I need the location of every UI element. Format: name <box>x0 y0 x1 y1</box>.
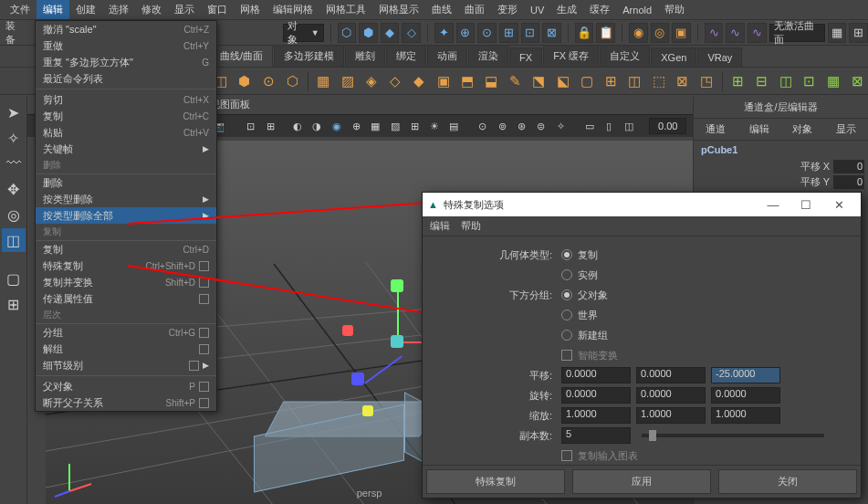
shade-icon[interactable]: ☀ <box>425 117 442 135</box>
iso-icon[interactable]: ⊙ <box>475 117 491 135</box>
menu-item[interactable]: 特殊复制Ctrl+Shift+D <box>36 257 216 274</box>
shade-icon[interactable]: ◑ <box>309 117 325 135</box>
shelf-tab[interactable]: 曲线/曲面 <box>210 45 273 67</box>
shelf-icon[interactable]: ⊠ <box>847 70 868 92</box>
shelf-tab[interactable]: FX 缓存 <box>543 45 599 67</box>
menu-item[interactable]: 粘贴Ctrl+V <box>36 124 216 141</box>
snap-icon[interactable]: ✦ <box>434 23 454 43</box>
paint-tool[interactable]: 〰 <box>2 152 26 175</box>
layout-icon[interactable]: ▦ <box>828 23 847 43</box>
channel-tab[interactable]: 通道 <box>694 119 737 140</box>
layout-four[interactable]: ⊞ <box>2 292 26 316</box>
checkbox-copyinput[interactable] <box>561 450 572 461</box>
cv-icon[interactable]: ∿ <box>705 23 724 43</box>
view-icon[interactable]: ⊞ <box>262 117 278 135</box>
shelf-tab[interactable]: 自定义 <box>600 45 650 67</box>
menu-item[interactable]: Arnold <box>616 2 658 18</box>
dialog-menu-item[interactable]: 编辑 <box>430 219 450 233</box>
channel-value[interactable]: 0 <box>833 160 864 173</box>
sym-icon[interactable]: ◆ <box>381 23 400 43</box>
view-icon[interactable]: ⊡ <box>242 117 258 135</box>
radio-newgroup[interactable] <box>561 330 572 341</box>
scale-z[interactable]: 1.0000 <box>711 407 780 424</box>
menu-item[interactable]: 曲线 <box>425 0 458 19</box>
rotate-tool[interactable]: ◎ <box>2 203 26 226</box>
layout-single[interactable]: ▢ <box>2 267 26 290</box>
shelf-icon[interactable]: ▦ <box>313 70 334 92</box>
select-tool[interactable]: ➤ <box>2 100 26 124</box>
shelf-icon[interactable]: ◫ <box>624 70 645 92</box>
radio-instance[interactable] <box>561 269 572 280</box>
option-box-icon[interactable] <box>199 328 209 338</box>
snap-icon[interactable]: ⊡ <box>521 23 540 43</box>
menu-item[interactable]: 最近命令列表 <box>36 70 216 87</box>
close-button[interactable]: 关闭 <box>718 469 857 494</box>
sym-icon[interactable]: ◇ <box>402 23 421 43</box>
cv-icon[interactable]: ∿ <box>748 23 767 43</box>
menu-item[interactable]: 删除 <box>36 174 216 191</box>
iso-icon[interactable]: ⊚ <box>494 117 510 135</box>
shelf-icon[interactable]: ◫ <box>775 70 796 92</box>
menu-item[interactable]: 网格 <box>234 0 267 19</box>
render-icon[interactable]: ▣ <box>672 23 691 43</box>
scale-face-handle[interactable] <box>342 325 353 336</box>
shelf-icon[interactable]: ⬢ <box>234 70 255 92</box>
shelf-tab[interactable]: 多边形建模 <box>274 45 344 67</box>
channel-tab[interactable]: 编辑 <box>737 119 781 140</box>
shelf-icon[interactable]: ⊞ <box>600 70 621 92</box>
shelf-tab[interactable]: 绑定 <box>386 45 426 67</box>
sym-icon[interactable]: ⬡ <box>338 23 357 43</box>
shade-icon[interactable]: ▦ <box>367 117 383 135</box>
iso-icon[interactable]: ⊜ <box>533 117 549 135</box>
scale-y[interactable]: 1.0000 <box>636 407 706 424</box>
menu-item[interactable]: 文件 <box>4 0 37 19</box>
menu-item[interactable]: 解组 <box>36 341 216 357</box>
menu-item[interactable]: 重复 "多边形立方体"G <box>36 54 216 70</box>
menu-item[interactable]: 曲面 <box>458 0 491 19</box>
scale-z-handle[interactable] <box>351 373 364 385</box>
history-icon[interactable]: 🔒 <box>575 23 594 43</box>
gate-icon[interactable]: ◫ <box>621 117 637 135</box>
menu-item[interactable]: 剪切Ctrl+X <box>36 91 216 108</box>
shelf-icon[interactable]: ⬚ <box>648 70 669 92</box>
snap-icon[interactable]: ⊕ <box>456 23 476 43</box>
snap-icon[interactable]: ⊙ <box>477 23 497 43</box>
menu-item[interactable]: 父对象P <box>36 378 216 394</box>
channel-value[interactable]: 0 <box>833 175 864 189</box>
rotate-x[interactable]: 0.0000 <box>561 387 631 404</box>
shelf-tab[interactable]: 雕刻 <box>345 45 385 67</box>
object-name[interactable]: pCube1 <box>694 141 868 159</box>
rotate-z[interactable]: 0.0000 <box>711 387 780 404</box>
dialog-menu-item[interactable]: 帮助 <box>461 219 481 233</box>
lasso-tool[interactable]: ✧ <box>2 126 26 150</box>
render-icon[interactable]: ◎ <box>651 23 670 43</box>
shelf-icon[interactable]: ⊠ <box>672 70 693 92</box>
option-box-icon[interactable] <box>199 261 209 271</box>
gate-icon[interactable]: ▯ <box>601 117 617 135</box>
shelf-icon[interactable]: ◆ <box>409 70 430 92</box>
shelf-icon[interactable]: ⬓ <box>480 70 501 92</box>
shelf-icon[interactable]: ⊟ <box>751 70 772 92</box>
shade-icon[interactable]: ▤ <box>445 117 462 135</box>
sym-icon[interactable]: ⬢ <box>359 23 378 43</box>
shelf-icon[interactable]: ⬡ <box>282 70 303 92</box>
menu-item[interactable]: 选择 <box>102 0 135 19</box>
menu-item[interactable]: 断开父子关系Shift+P <box>36 394 216 411</box>
shelf-icon[interactable]: ▦ <box>822 70 843 92</box>
shade-icon[interactable]: ◐ <box>289 117 306 135</box>
menu-item[interactable]: 创建 <box>69 0 102 19</box>
menu-item[interactable]: 细节级别▶ <box>36 357 216 373</box>
option-box-icon[interactable] <box>199 344 209 354</box>
shelf-icon[interactable]: ◳ <box>695 70 716 92</box>
shelf-tab[interactable]: 渲染 <box>468 45 508 67</box>
translate-y[interactable]: 0.0000 <box>636 367 706 383</box>
menu-item[interactable]: 分组Ctrl+G <box>36 324 216 341</box>
shade-icon[interactable]: ⊞ <box>406 117 423 135</box>
shelf-tab[interactable]: FX <box>509 47 542 67</box>
radio-parent[interactable] <box>561 289 572 300</box>
channel-tab[interactable]: 显示 <box>824 119 868 140</box>
shade-icon[interactable]: ▨ <box>387 117 403 135</box>
shelf-icon[interactable]: ⬕ <box>552 70 573 92</box>
option-box-icon[interactable] <box>199 294 209 304</box>
rotate-y[interactable]: 0.0000 <box>636 387 706 404</box>
